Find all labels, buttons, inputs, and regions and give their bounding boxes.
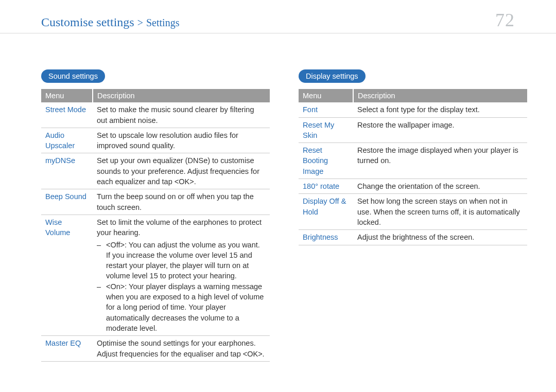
menu-beep-sound: Beep Sound: [41, 189, 93, 215]
col-header-menu: Menu: [299, 89, 353, 102]
menu-reset-booting-image: Reset Booting Image: [299, 143, 353, 179]
menu-master-eq: Master EQ: [41, 336, 93, 362]
table-row: Brightness Adjust the brightness of the …: [299, 230, 527, 245]
desc-font: Select a font type for the display text.: [353, 102, 527, 117]
menu-font: Font: [299, 102, 353, 117]
table-row: Beep Sound Turn the beep sound on or off…: [41, 189, 270, 215]
col-header-description: Description: [93, 89, 270, 102]
breadcrumb-sep: >: [137, 17, 143, 28]
menu-wise-volume: Wise Volume: [41, 215, 93, 335]
desc-street-mode: Set to make the music sound clearer by f…: [93, 102, 270, 128]
breadcrumb-part1: Customise settings: [41, 15, 134, 29]
wise-volume-on-bullet: – <On>: Your player displays a warning m…: [97, 281, 266, 333]
table-row: Audio Upscaler Set to upscale low resolu…: [41, 128, 270, 153]
table-row: Font Select a font type for the display …: [299, 102, 527, 117]
display-settings-column: Display settings Menu Description Font S…: [299, 69, 527, 362]
desc-brightness: Adjust the brightness of the screen.: [353, 230, 527, 245]
page-header: Customise settings > Settings 72: [0, 0, 556, 33]
wise-volume-on-text: <On>: Your player displays a warning mes…: [106, 281, 266, 333]
menu-mydnse: myDNSe: [41, 153, 93, 189]
sound-settings-pill: Sound settings: [41, 69, 105, 83]
menu-street-mode: Street Mode: [41, 102, 93, 128]
display-settings-pill: Display settings: [299, 69, 366, 83]
desc-180-rotate: Change the orientation of the screen.: [353, 179, 527, 194]
desc-wise-volume: Set to limit the volume of the earphones…: [93, 215, 270, 335]
wise-volume-off-bullet: – <Off>: You can adjust the volume as yo…: [97, 240, 266, 281]
table-row: 180° rotate Change the orientation of th…: [299, 179, 527, 194]
bullet-dash-icon: –: [97, 281, 106, 333]
sound-settings-column: Sound settings Menu Description Street M…: [41, 69, 270, 362]
table-row: Display Off & Hold Set how long the scre…: [299, 194, 527, 230]
menu-180-rotate: 180° rotate: [299, 179, 353, 194]
table-row: Reset My Skin Restore the wallpaper imag…: [299, 117, 527, 143]
desc-beep-sound: Turn the beep sound on or off when you t…: [93, 189, 270, 215]
col-header-description: Description: [353, 89, 527, 102]
breadcrumb: Customise settings > Settings: [41, 15, 179, 29]
table-row: myDNSe Set up your own equalizer (DNSe) …: [41, 153, 270, 189]
wise-volume-intro: Set to limit the volume of the earphones…: [97, 217, 266, 238]
menu-reset-skin: Reset My Skin: [299, 117, 353, 143]
desc-mydnse: Set up your own equalizer (DNSe) to cust…: [93, 153, 270, 189]
desc-reset-skin: Restore the wallpaper image.: [353, 117, 527, 143]
wise-volume-off-text: <Off>: You can adjust the volume as you …: [106, 240, 266, 281]
table-row: Wise Volume Set to limit the volume of t…: [41, 215, 270, 335]
breadcrumb-part2: Settings: [146, 17, 179, 28]
menu-audio-upscaler: Audio Upscaler: [41, 128, 93, 153]
desc-display-off-hold: Set how long the screen stays on when no…: [353, 194, 527, 230]
desc-master-eq: Optimise the sound settings for your ear…: [93, 336, 270, 362]
table-row: Street Mode Set to make the music sound …: [41, 102, 270, 128]
sound-settings-table: Menu Description Street Mode Set to make…: [41, 89, 270, 362]
desc-reset-booting-image: Restore the image displayed when your pl…: [353, 143, 527, 179]
page-content: Sound settings Menu Description Street M…: [0, 33, 556, 362]
menu-brightness: Brightness: [299, 230, 353, 245]
table-row: Reset Booting Image Restore the image di…: [299, 143, 527, 179]
bullet-dash-icon: –: [97, 240, 106, 281]
col-header-menu: Menu: [41, 89, 93, 102]
desc-audio-upscaler: Set to upscale low resolution audio file…: [93, 128, 270, 153]
display-settings-table: Menu Description Font Select a font type…: [299, 89, 527, 245]
menu-display-off-hold: Display Off & Hold: [299, 194, 353, 230]
page-number: 72: [495, 9, 515, 31]
table-row: Master EQ Optimise the sound settings fo…: [41, 336, 270, 362]
